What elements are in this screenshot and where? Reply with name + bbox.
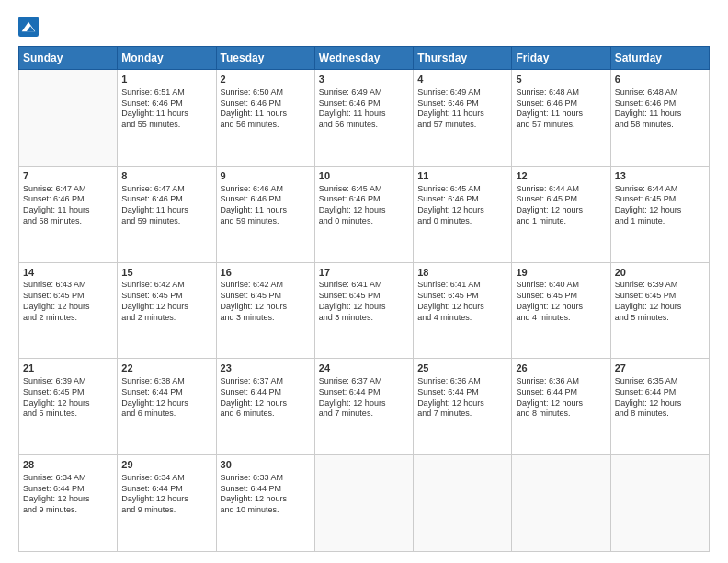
day-info: Sunrise: 6:41 AMSunset: 6:45 PMDaylight:… [417,280,507,323]
day-info: Sunrise: 6:47 AMSunset: 6:46 PMDaylight:… [23,184,113,227]
day-number: 10 [319,169,409,183]
day-number: 19 [516,266,606,280]
day-info: Sunrise: 6:51 AMSunset: 6:46 PMDaylight:… [121,87,211,131]
day-info: Sunrise: 6:37 AMSunset: 6:44 PMDaylight:… [319,376,409,419]
calendar-cell: 10Sunrise: 6:45 AMSunset: 6:46 PMDayligh… [314,166,413,262]
day-number: 22 [121,362,211,375]
calendar-cell: 16Sunrise: 6:42 AMSunset: 6:45 PMDayligh… [216,262,314,359]
calendar: SundayMondayTuesdayWednesdayThursdayFrid… [18,46,710,552]
weekday-header-monday: Monday [118,47,216,70]
calendar-cell: 8Sunrise: 6:47 AMSunset: 6:46 PMDaylight… [118,166,216,262]
day-number: 24 [319,362,409,375]
day-number: 11 [417,169,507,183]
day-number: 26 [516,362,606,375]
day-number: 15 [121,266,211,280]
day-info: Sunrise: 6:48 AMSunset: 6:46 PMDaylight:… [615,87,705,131]
top-area [18,17,710,37]
logo-icon [18,17,39,37]
day-number: 27 [615,362,705,375]
calendar-week-row: 21Sunrise: 6:39 AMSunset: 6:45 PMDayligh… [19,359,710,455]
day-info: Sunrise: 6:42 AMSunset: 6:45 PMDaylight:… [221,280,311,323]
day-number: 25 [417,362,507,375]
calendar-cell: 1Sunrise: 6:51 AMSunset: 6:46 PMDaylight… [118,70,216,167]
day-number: 17 [319,266,409,280]
day-info: Sunrise: 6:45 AMSunset: 6:46 PMDaylight:… [417,184,507,227]
day-info: Sunrise: 6:37 AMSunset: 6:44 PMDaylight:… [221,376,311,419]
day-number: 4 [417,73,507,86]
day-number: 7 [23,169,113,183]
day-number: 14 [23,266,113,280]
page: SundayMondayTuesdayWednesdayThursdayFrid… [0,0,728,563]
day-number: 8 [121,169,211,183]
calendar-cell: 2Sunrise: 6:50 AMSunset: 6:46 PMDaylight… [216,70,314,167]
weekday-header-saturday: Saturday [610,47,709,70]
calendar-cell [610,455,709,552]
calendar-cell: 21Sunrise: 6:39 AMSunset: 6:45 PMDayligh… [19,359,118,455]
calendar-cell: 9Sunrise: 6:46 AMSunset: 6:46 PMDaylight… [216,166,314,262]
weekday-header-tuesday: Tuesday [216,47,314,70]
weekday-header-wednesday: Wednesday [314,47,413,70]
day-info: Sunrise: 6:39 AMSunset: 6:45 PMDaylight:… [23,376,113,419]
weekday-header-friday: Friday [512,47,610,70]
day-number: 29 [121,458,211,472]
day-number: 20 [615,266,705,280]
calendar-header-row: SundayMondayTuesdayWednesdayThursdayFrid… [19,47,710,70]
day-info: Sunrise: 6:40 AMSunset: 6:45 PMDaylight:… [516,280,606,323]
day-number: 23 [221,362,311,375]
day-info: Sunrise: 6:47 AMSunset: 6:46 PMDaylight:… [121,184,211,227]
calendar-cell: 12Sunrise: 6:44 AMSunset: 6:45 PMDayligh… [512,166,610,262]
day-number: 9 [221,169,311,183]
day-number: 21 [23,362,113,375]
day-number: 2 [221,73,311,86]
calendar-cell [414,455,512,552]
calendar-cell: 24Sunrise: 6:37 AMSunset: 6:44 PMDayligh… [314,359,413,455]
calendar-cell: 25Sunrise: 6:36 AMSunset: 6:44 PMDayligh… [414,359,512,455]
day-info: Sunrise: 6:44 AMSunset: 6:45 PMDaylight:… [615,184,705,227]
day-number: 30 [221,458,311,472]
day-info: Sunrise: 6:33 AMSunset: 6:44 PMDaylight:… [221,473,311,516]
logo [18,17,42,37]
calendar-cell: 26Sunrise: 6:36 AMSunset: 6:44 PMDayligh… [512,359,610,455]
day-info: Sunrise: 6:45 AMSunset: 6:46 PMDaylight:… [319,184,409,227]
calendar-cell: 18Sunrise: 6:41 AMSunset: 6:45 PMDayligh… [414,262,512,359]
calendar-week-row: 14Sunrise: 6:43 AMSunset: 6:45 PMDayligh… [19,262,710,359]
weekday-header-thursday: Thursday [414,47,512,70]
calendar-cell: 20Sunrise: 6:39 AMSunset: 6:45 PMDayligh… [610,262,709,359]
day-number: 16 [221,266,311,280]
day-info: Sunrise: 6:48 AMSunset: 6:46 PMDaylight:… [516,87,606,131]
calendar-week-row: 7Sunrise: 6:47 AMSunset: 6:46 PMDaylight… [19,166,710,262]
calendar-cell [512,455,610,552]
day-info: Sunrise: 6:34 AMSunset: 6:44 PMDaylight:… [121,473,211,516]
day-number: 12 [516,169,606,183]
calendar-cell: 30Sunrise: 6:33 AMSunset: 6:44 PMDayligh… [216,455,314,552]
day-info: Sunrise: 6:42 AMSunset: 6:45 PMDaylight:… [121,280,211,323]
calendar-cell: 22Sunrise: 6:38 AMSunset: 6:44 PMDayligh… [118,359,216,455]
day-info: Sunrise: 6:49 AMSunset: 6:46 PMDaylight:… [417,87,507,131]
weekday-header-sunday: Sunday [19,47,118,70]
calendar-cell [314,455,413,552]
calendar-cell: 28Sunrise: 6:34 AMSunset: 6:44 PMDayligh… [19,455,118,552]
calendar-cell: 5Sunrise: 6:48 AMSunset: 6:46 PMDaylight… [512,70,610,167]
calendar-cell: 13Sunrise: 6:44 AMSunset: 6:45 PMDayligh… [610,166,709,262]
calendar-cell: 15Sunrise: 6:42 AMSunset: 6:45 PMDayligh… [118,262,216,359]
calendar-cell: 23Sunrise: 6:37 AMSunset: 6:44 PMDayligh… [216,359,314,455]
day-info: Sunrise: 6:49 AMSunset: 6:46 PMDaylight:… [319,87,409,131]
calendar-cell: 11Sunrise: 6:45 AMSunset: 6:46 PMDayligh… [414,166,512,262]
day-number: 13 [615,169,705,183]
day-number: 3 [319,73,409,86]
calendar-cell: 4Sunrise: 6:49 AMSunset: 6:46 PMDaylight… [414,70,512,167]
calendar-cell: 29Sunrise: 6:34 AMSunset: 6:44 PMDayligh… [118,455,216,552]
calendar-cell: 6Sunrise: 6:48 AMSunset: 6:46 PMDaylight… [610,70,709,167]
day-number: 1 [121,73,211,86]
day-info: Sunrise: 6:39 AMSunset: 6:45 PMDaylight:… [615,280,705,323]
day-number: 28 [23,458,113,472]
day-info: Sunrise: 6:44 AMSunset: 6:45 PMDaylight:… [516,184,606,227]
calendar-cell: 3Sunrise: 6:49 AMSunset: 6:46 PMDaylight… [314,70,413,167]
calendar-cell: 17Sunrise: 6:41 AMSunset: 6:45 PMDayligh… [314,262,413,359]
calendar-cell: 27Sunrise: 6:35 AMSunset: 6:44 PMDayligh… [610,359,709,455]
day-number: 6 [615,73,705,86]
day-info: Sunrise: 6:36 AMSunset: 6:44 PMDaylight:… [417,376,507,419]
day-info: Sunrise: 6:35 AMSunset: 6:44 PMDaylight:… [615,376,705,419]
day-number: 5 [516,73,606,86]
calendar-cell: 19Sunrise: 6:40 AMSunset: 6:45 PMDayligh… [512,262,610,359]
